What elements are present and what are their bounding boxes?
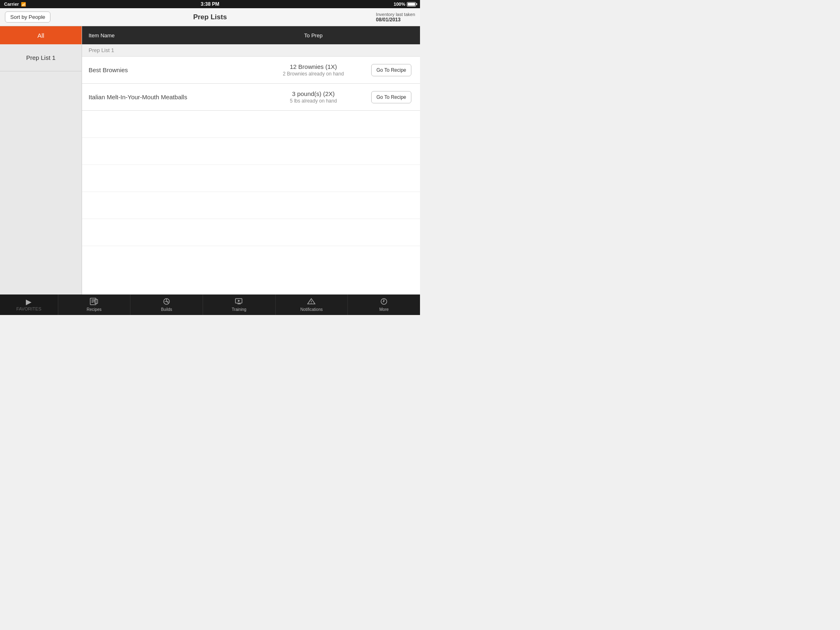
action-meatballs: Go To Recipe (363, 88, 420, 107)
recipes-icon (89, 298, 98, 306)
tab-training[interactable]: Training (203, 294, 276, 315)
wifi-icon: 📶 (21, 2, 26, 7)
builds-icon (162, 298, 171, 306)
tab-notifications-label: Notifications (300, 307, 322, 312)
empty-row-5 (82, 165, 420, 192)
inventory-info: Inventory last taken 08/01/2013 (376, 12, 415, 23)
status-right: 100% (394, 2, 416, 7)
sidebar-item-all[interactable]: All (0, 26, 82, 44)
tab-builds[interactable]: Builds (130, 294, 203, 315)
table-row: Italian Melt-In-Your-Mouth Meatballs 3 p… (82, 84, 420, 111)
status-bar: Carrier 📶 3:38 PM 100% (0, 0, 420, 8)
tab-training-label: Training (232, 307, 247, 312)
page-title: Prep Lists (193, 13, 227, 21)
sidebar: All Prep List 1 (0, 26, 82, 294)
tab-recipes-label: Recipes (87, 307, 101, 312)
nav-bar: Sort by People Prep Lists Inventory last… (0, 8, 420, 26)
inventory-date: 08/01/2013 (376, 17, 401, 23)
carrier-label: Carrier (4, 2, 19, 7)
tab-notifications[interactable]: Notifications (276, 294, 348, 315)
to-prep-main-meatballs: 3 pound(s) (2X) (267, 90, 359, 97)
item-name-meatballs: Italian Melt-In-Your-Mouth Meatballs (82, 88, 264, 106)
svg-point-15 (311, 303, 312, 304)
tab-more[interactable]: + More (348, 294, 420, 315)
tab-favorites[interactable]: ▶ FAVORITES (0, 294, 58, 315)
notifications-icon (307, 298, 316, 306)
tab-more-label: More (379, 307, 389, 312)
favorites-icon: ▶ (26, 298, 32, 306)
more-icon: + (379, 298, 388, 306)
section-header-prep-list-1: Prep List 1 (82, 44, 420, 57)
sort-by-people-button[interactable]: Sort by People (5, 11, 50, 23)
tab-recipes[interactable]: Recipes (58, 294, 131, 315)
content-area: All Prep List 1 Item Name To Prep Prep L… (0, 26, 420, 294)
battery-label: 100% (394, 2, 405, 7)
to-prep-meatballs: 3 pound(s) (2X) 5 lbs already on hand (264, 85, 363, 109)
status-left: Carrier 📶 (4, 2, 26, 7)
to-prep-sub-best-brownies: 2 Brownies already on hand (267, 71, 359, 77)
empty-row-4 (82, 138, 420, 165)
tab-builds-label: Builds (161, 307, 172, 312)
main-content: Item Name To Prep Prep List 1 Best Brown… (82, 26, 420, 294)
status-time: 3:38 PM (201, 1, 219, 7)
svg-text:+: + (382, 300, 384, 304)
battery-icon (407, 2, 416, 7)
th-item-name: Item Name (82, 32, 264, 39)
tab-favorites-label: FAVORITES (16, 306, 41, 311)
go-to-recipe-button-meatballs[interactable]: Go To Recipe (371, 91, 412, 103)
th-to-prep: To Prep (264, 32, 363, 39)
tab-bar: ▶ FAVORITES Recipes Builds (0, 294, 420, 315)
table-row: Best Brownies 12 Brownies (1X) 2 Brownie… (82, 57, 420, 84)
training-icon (235, 298, 244, 306)
inventory-label: Inventory last taken (376, 12, 415, 17)
svg-marker-12 (238, 300, 240, 302)
to-prep-sub-meatballs: 5 lbs already on hand (267, 98, 359, 104)
to-prep-best-brownies: 12 Brownies (1X) 2 Brownies already on h… (264, 58, 363, 82)
empty-row-7 (82, 219, 420, 246)
empty-row-3 (82, 111, 420, 138)
sidebar-item-prep-list-1[interactable]: Prep List 1 (0, 44, 82, 71)
to-prep-main-best-brownies: 12 Brownies (1X) (267, 63, 359, 70)
table-header: Item Name To Prep (82, 26, 420, 44)
empty-row-6 (82, 192, 420, 219)
item-name-best-brownies: Best Brownies (82, 61, 264, 79)
nav-title: Prep Lists (193, 13, 227, 21)
go-to-recipe-button-brownies[interactable]: Go To Recipe (371, 64, 412, 76)
action-best-brownies: Go To Recipe (363, 61, 420, 80)
